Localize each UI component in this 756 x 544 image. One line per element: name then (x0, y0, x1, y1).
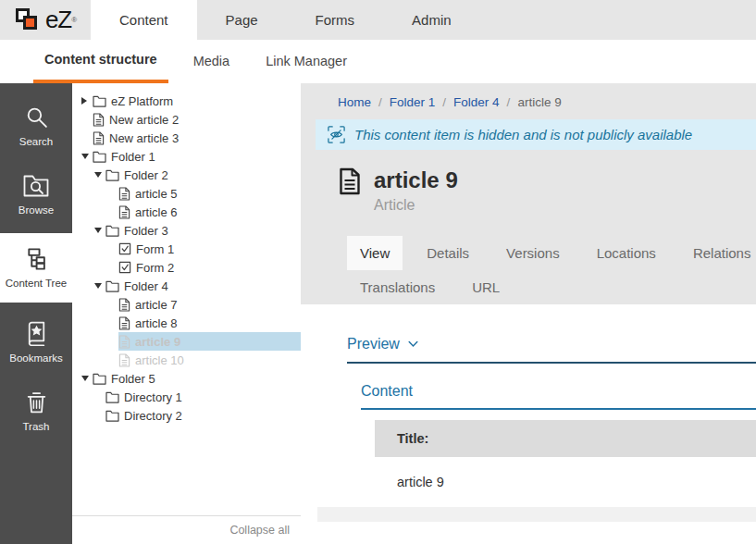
caret-down-icon (94, 283, 102, 289)
tree-expander-expanded-icon[interactable] (94, 228, 105, 233)
tree-expander-expanded-icon[interactable] (94, 283, 105, 289)
topbar: eZ ® ContentPageFormsAdmin (0, 0, 756, 40)
tree-expander-expanded-icon[interactable] (94, 172, 105, 178)
tab-view[interactable]: View (347, 236, 403, 270)
sidebar-item-trash[interactable]: Trash (0, 381, 72, 441)
tree-item-form-1[interactable]: Form 1 (72, 240, 301, 258)
tree-item-folder-4[interactable]: Folder 4 (72, 277, 301, 295)
tree-item-ez-platform[interactable]: eZ Platform (72, 92, 301, 110)
sidebar-item-bookmarks[interactable]: Bookmarks (0, 311, 72, 373)
ez-logo[interactable]: eZ ® (0, 0, 91, 40)
tree-item-inner: Folder 4 (105, 277, 301, 295)
tree-item-article-7[interactable]: article 7 (72, 295, 301, 314)
sidebar-item-content-tree[interactable]: Content Tree (0, 233, 72, 303)
sidebar-item-label: Trash (23, 421, 50, 432)
app-body: SearchBrowseContent TreeBookmarksTrash e… (0, 83, 756, 544)
tab-translations[interactable]: Translations (347, 270, 448, 304)
ez-platform-admin: eZ ® ContentPageFormsAdmin Content struc… (0, 0, 756, 544)
logo-registered-mark: ® (71, 16, 77, 24)
folder-icon (105, 169, 119, 181)
breadcrumb-folder-4[interactable]: Folder 4 (453, 95, 500, 109)
tree-item-label: Folder 4 (124, 279, 168, 293)
preview-section-label: Preview (347, 336, 400, 352)
hidden-notice-text: This content item is hidden and is not p… (354, 127, 692, 142)
collapse-all-button[interactable]: Collapse all (229, 524, 290, 537)
tree-item-label: Form 1 (136, 242, 174, 256)
topbar-tab-content[interactable]: Content (91, 0, 197, 40)
tree-item-inner: Folder 3 (105, 221, 301, 240)
folder-icon (105, 225, 119, 237)
folder-icon (93, 373, 106, 385)
topbar-tabs: ContentPageFormsAdmin (91, 0, 756, 40)
tab-relations[interactable]: Relations (680, 236, 756, 270)
breadcrumb-separator: / (378, 95, 382, 109)
tree-item-inner: Folder 5 (93, 369, 301, 388)
tree-item-new-article-3[interactable]: New article 3 (72, 129, 301, 147)
tree-item-label: Directory 2 (124, 409, 182, 423)
tree-footer: Collapse all (72, 515, 301, 544)
subnav-tab-content-structure[interactable]: Content structure (33, 40, 168, 83)
topbar-tab-admin[interactable]: Admin (383, 0, 480, 40)
tree-item-label: article 10 (135, 353, 184, 367)
tree-expander-expanded-icon[interactable] (81, 154, 93, 159)
article-icon (118, 205, 130, 219)
tree-item-inner: article 8 (118, 314, 301, 332)
sidebar-item-search[interactable]: Search (0, 95, 72, 156)
main-content: Preview Content Title:article 9 (301, 304, 756, 544)
tree-item-inner: Folder 2 (105, 166, 301, 184)
subnav-tab-media[interactable]: Media (182, 40, 242, 83)
tree-item-folder-1[interactable]: Folder 1 (72, 147, 301, 166)
content-tree-panel: eZ PlatformNew article 2New article 3Fol… (72, 83, 301, 544)
subnav-tabs: Content structureMediaLink Manager (0, 40, 756, 83)
main-area: Home/Folder 1/Folder 4/article 9 This co… (301, 83, 756, 544)
preview-section-toggle[interactable]: Preview (347, 336, 756, 352)
tree-item-article-8[interactable]: article 8 (72, 314, 301, 332)
tree-item-article-9[interactable]: article 9 (72, 332, 301, 351)
sidebar-item-label: Content Tree (6, 278, 67, 289)
breadcrumb-folder-1[interactable]: Folder 1 (390, 95, 436, 109)
tree-expander-collapsed-icon[interactable] (81, 97, 93, 105)
article-icon (118, 187, 130, 201)
tab-versions[interactable]: Versions (493, 236, 573, 270)
article-icon (93, 131, 105, 145)
topbar-tab-page[interactable]: Page (197, 0, 287, 40)
tree-item-label: article 6 (135, 205, 178, 219)
tree-item-folder-2[interactable]: Folder 2 (72, 166, 301, 184)
tree-item-form-2[interactable]: Form 2 (72, 258, 301, 277)
trash-icon (26, 390, 47, 414)
breadcrumb-home[interactable]: Home (338, 95, 371, 109)
sidebar-item-browse[interactable]: Browse (0, 165, 72, 225)
tree-expander-expanded-icon[interactable] (81, 376, 93, 381)
tree-item-inner: article 10 (118, 351, 301, 369)
field-value: article 9 (375, 457, 756, 507)
tree-item-label: article 5 (135, 187, 178, 201)
topbar-tab-forms[interactable]: Forms (287, 0, 384, 40)
article-icon (118, 353, 130, 367)
title-block: article 9 Article (301, 150, 756, 214)
breadcrumb-separator: / (442, 95, 446, 109)
tree-item-directory-1[interactable]: Directory 1 (72, 388, 301, 406)
folder-icon (105, 280, 119, 292)
article-icon (118, 316, 130, 330)
subnav-tab-link-manager[interactable]: Link Manager (254, 40, 358, 83)
bookmarks-icon (25, 320, 48, 346)
folder-icon (105, 410, 119, 422)
tree-item-article-10[interactable]: article 10 (72, 351, 301, 369)
breadcrumb-article-9: article 9 (517, 95, 561, 109)
folder-icon (93, 95, 106, 107)
tree-item-article-5[interactable]: article 5 (72, 184, 301, 203)
tree-item-inner: article 9 (118, 332, 301, 351)
tab-url[interactable]: URL (459, 270, 513, 304)
folder-icon (105, 391, 119, 403)
tree-item-folder-3[interactable]: Folder 3 (72, 221, 301, 240)
tree-item-folder-5[interactable]: Folder 5 (72, 369, 301, 388)
tree-item-directory-2[interactable]: Directory 2 (72, 406, 301, 425)
tree-item-article-6[interactable]: article 6 (72, 203, 301, 221)
tab-details[interactable]: Details (414, 236, 482, 270)
tree-item-new-article-2[interactable]: New article 2 (72, 110, 301, 129)
main-header: Home/Folder 1/Folder 4/article 9 This co… (301, 83, 756, 304)
caret-down-icon (94, 228, 102, 233)
tree-item-label: Directory 1 (124, 390, 182, 404)
tree-item-label: Folder 1 (111, 150, 155, 164)
tab-locations[interactable]: Locations (584, 236, 669, 270)
